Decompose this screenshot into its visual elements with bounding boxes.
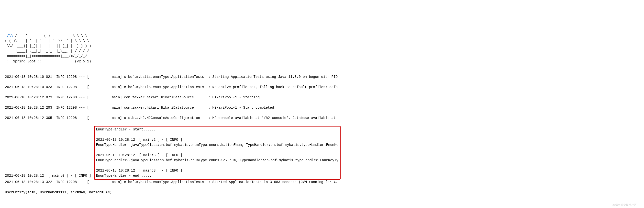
log-line: 2021-06-18 10:28:10.021 INFO 12298 --- [… xyxy=(5,74,639,80)
highlighted-log-prefix: 2021-06-18 10:28:12 [ main:3 ] - [ INFO … xyxy=(96,169,186,172)
highlighted-log-prefix: 2021-06-18 10:28:12 [ main:0 ] - [ INFO … xyxy=(5,174,95,178)
banner-line-5: ' |____| .__|_| |_|_| |_\__, | / / / / xyxy=(5,49,89,53)
banner-line-7: :: Spring Boot :: (v2.5.1) xyxy=(5,60,91,63)
log-line: 2021-06-18 10:28:13.322 INFO 12298 --- [… xyxy=(5,180,639,185)
log-line: UserEntity(id=1, username=1111, sex=MAN,… xyxy=(5,190,639,195)
banner-line-3: ( ( )\___ | '_ | '_| | '_ \/ _` | \ \ \ … xyxy=(5,39,89,43)
log-line: 2021-06-18 10:28:12.073 INFO 12298 --- [… xyxy=(5,95,639,100)
banner-line-1: . ____ _ __ _ _ xyxy=(5,29,85,33)
banner-link[interactable]: /\\ xyxy=(7,34,13,38)
watermark: @稀土掘金技术社区 xyxy=(5,203,639,207)
highlighted-line: EnumTypeHandler--javaTypeClass:cn.bcf.my… xyxy=(96,158,338,163)
banner-line-4: \\/ ___)| |_)| | | | | || (_| | ) ) ) ) xyxy=(5,44,91,48)
highlighted-log-prefix: 2021-06-18 10:28:12 [ main:3 ] - [ INFO … xyxy=(96,153,186,157)
log-line: 2021-06-18 10:28:10.023 INFO 12298 --- [… xyxy=(5,85,639,90)
ascii-banner: . ____ _ __ _ _ /\\ / ___'_ __ _ _(_)_ _… xyxy=(5,28,639,64)
highlighted-line: EnumTypeHandler--javaTypeClass:cn.bcf.my… xyxy=(96,142,338,148)
highlighted-line: EnumTypeHandler - end...... xyxy=(96,173,338,178)
log-line: 2021-06-18 10:28:12.293 INFO 12298 --- [… xyxy=(5,105,639,110)
highlighted-log-prefix: 2021-06-18 10:28:12 [ main:2 ] - [ INFO … xyxy=(96,138,186,142)
highlighted-region: EnumTypeHandler - start...... 2021-06-18… xyxy=(94,126,340,180)
log-line: 2021-06-18 10:28:12.305 INFO 12298 --- [… xyxy=(5,115,639,121)
banner-line-6: =========|_|==============|___/=/_/_/_/ xyxy=(5,54,87,58)
banner-line-2-suffix: / ___'_ __ _ _(_)_ __ __ _ \ \ \ \ xyxy=(13,34,87,38)
highlighted-line: EnumTypeHandler - start...... xyxy=(96,127,338,132)
console-output: . ____ _ __ _ _ /\\ / ___'_ __ _ _(_)_ _… xyxy=(5,23,639,200)
